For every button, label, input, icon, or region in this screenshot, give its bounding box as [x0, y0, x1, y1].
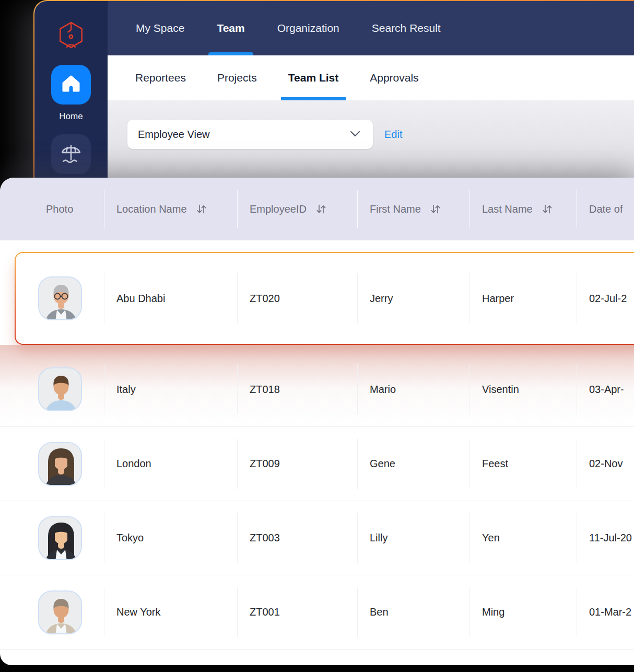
view-selector-value: Employee View	[138, 129, 350, 141]
last-name-cell-text: Feest	[482, 458, 508, 470]
location-name-cell: Tokyo	[104, 501, 238, 575]
last-name-cell-text: Ming	[482, 606, 504, 618]
first-name-cell-text: Lilly	[370, 532, 388, 544]
location-name-cell: London	[104, 427, 238, 501]
employee-id-cell-text: ZT018	[250, 384, 280, 396]
column-header-label: Date of	[589, 203, 623, 215]
app-main-area: My SpaceTeamOrganizationSearch Result Re…	[108, 1, 634, 189]
table-row-jerry[interactable]: Abu DhabiZT020JerryHarper02-Jul-2	[0, 252, 634, 345]
column-header-photo[interactable]: Photo	[0, 178, 104, 240]
location-name-cell-text: London	[116, 458, 151, 470]
first-name-cell-text: Gene	[370, 458, 395, 470]
first-name-cell-text: Mario	[370, 384, 396, 396]
last-name-cell-text: Visentin	[482, 384, 519, 396]
beach-umbrella-leave-icon	[59, 141, 83, 167]
sidebar-item-leave[interactable]	[51, 134, 91, 174]
location-name-cell: Italy	[104, 352, 238, 426]
employee-id-cell: ZT018	[238, 352, 358, 426]
date-cell: 02-Jul-2	[577, 252, 634, 345]
location-name-cell: New York	[104, 575, 238, 649]
employee-id-cell: ZT001	[238, 575, 358, 649]
sort-toggle-icon[interactable]	[542, 204, 553, 214]
table-body: Abu DhabiZT020JerryHarper02-Jul-2ItalyZT…	[0, 252, 634, 659]
employee-photo-cell	[0, 352, 104, 426]
primary-tab-team[interactable]: Team	[217, 1, 244, 55]
date-cell-text: 11-Jul-20	[589, 532, 632, 544]
sidebar-item-home[interactable]	[51, 65, 91, 105]
employee-photo-cell	[0, 501, 104, 575]
chevron-down-icon	[350, 130, 360, 139]
employee-photo-cell	[0, 427, 104, 501]
primary-tab-organization[interactable]: Organization	[277, 1, 339, 55]
employee-id-cell-text: ZT020	[250, 293, 280, 305]
table-row-lilly[interactable]: TokyoZT003LillyYen11-Jul-20	[0, 501, 634, 575]
date-cell-text: 02-Nov	[589, 458, 623, 470]
first-name-cell: Jerry	[358, 252, 470, 345]
location-name-cell-text: Tokyo	[116, 532, 144, 544]
last-name-cell: Yen	[470, 501, 577, 575]
employee-avatar	[38, 590, 82, 634]
secondary-tab-reportees[interactable]: Reportees	[135, 55, 186, 100]
column-header-label: Location Name	[116, 203, 187, 215]
employee-id-cell-text: ZT001	[250, 606, 280, 618]
column-header-last-name[interactable]: Last Name	[470, 178, 577, 240]
employee-id-cell: ZT009	[238, 427, 358, 501]
column-header-first-name[interactable]: First Name	[358, 178, 470, 240]
employee-photo-cell	[0, 575, 104, 649]
employee-avatar	[38, 276, 82, 320]
date-cell-text: 01-Mar-2	[589, 606, 631, 618]
employee-id-cell-text: ZT009	[250, 458, 280, 470]
last-name-cell-text: Yen	[482, 532, 500, 544]
edit-view-link[interactable]: Edit	[384, 120, 402, 149]
last-name-cell-text: Harper	[482, 293, 514, 305]
last-name-cell: Visentin	[470, 352, 577, 426]
zoho-people-logo-icon	[56, 20, 86, 52]
column-header-employeeid[interactable]: EmployeeID	[238, 178, 358, 240]
employee-id-cell: ZT020	[238, 252, 358, 345]
last-name-cell: Ming	[470, 575, 577, 649]
table-row-ben[interactable]: New YorkZT001BenMing01-Mar-2	[0, 575, 634, 649]
employee-id-cell: ZT003	[238, 501, 358, 575]
primary-tab-my-space[interactable]: My Space	[136, 1, 184, 55]
table-row-mario[interactable]: ItalyZT018MarioVisentin03-Apr-	[0, 352, 634, 426]
list-toolbar: Employee View Edit	[108, 100, 634, 189]
date-cell-text: 03-Apr-	[589, 384, 624, 396]
sidebar: Home	[34, 1, 108, 189]
secondary-nav: ReporteesProjectsTeam ListApprovals	[108, 55, 634, 100]
employee-photo-cell	[0, 252, 104, 345]
primary-nav: My SpaceTeamOrganizationSearch Result	[108, 1, 634, 55]
date-cell-text: 02-Jul-2	[589, 293, 627, 305]
date-cell: 01-Mar-2	[577, 575, 634, 649]
view-selector-dropdown[interactable]: Employee View	[127, 120, 373, 149]
home-icon	[60, 73, 82, 96]
location-name-cell: Abu Dhabi	[104, 252, 238, 345]
column-header-label: EmployeeID	[250, 203, 307, 215]
employee-avatar	[38, 367, 82, 411]
employee-id-cell-text: ZT003	[250, 532, 280, 544]
column-header-location-name[interactable]: Location Name	[104, 178, 238, 240]
first-name-cell: Lilly	[358, 501, 470, 575]
table-header-row: PhotoLocation NameEmployeeIDFirst NameLa…	[0, 178, 634, 240]
first-name-cell: Ben	[358, 575, 470, 649]
location-name-cell-text: Italy	[116, 384, 136, 396]
first-name-cell-text: Ben	[370, 606, 389, 618]
column-header-date-of[interactable]: Date of	[577, 178, 634, 240]
sort-toggle-icon[interactable]	[196, 204, 207, 214]
location-name-cell-text: Abu Dhabi	[116, 293, 165, 305]
date-cell: 02-Nov	[577, 427, 634, 501]
primary-tab-search-result[interactable]: Search Result	[372, 1, 441, 55]
column-header-label: Last Name	[482, 203, 533, 215]
secondary-tab-team-list[interactable]: Team List	[288, 55, 338, 100]
employee-avatar	[38, 516, 82, 560]
sort-toggle-icon[interactable]	[430, 204, 441, 214]
sort-toggle-icon[interactable]	[315, 204, 327, 214]
first-name-cell: Gene	[358, 427, 470, 501]
last-name-cell: Feest	[470, 427, 577, 501]
column-header-label: Photo	[46, 203, 73, 215]
secondary-tab-approvals[interactable]: Approvals	[370, 55, 418, 100]
column-header-label: First Name	[370, 203, 421, 215]
table-row-gene[interactable]: LondonZT009GeneFeest02-Nov	[0, 426, 634, 501]
sidebar-home-label: Home	[59, 111, 83, 122]
date-cell: 03-Apr-	[577, 352, 634, 426]
secondary-tab-projects[interactable]: Projects	[217, 55, 257, 100]
